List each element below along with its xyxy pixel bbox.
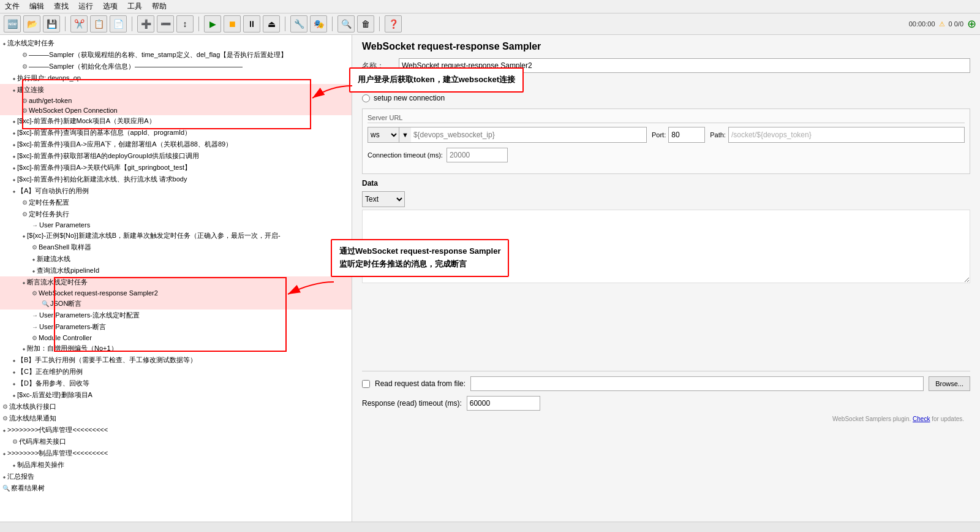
toolbar-add-circle[interactable]: ⊕: [967, 17, 976, 31]
toolbar-run-btn[interactable]: ▶: [204, 15, 221, 32]
toolbar-remove-btn[interactable]: ➖: [157, 15, 174, 32]
tree-text-2: ———Sampler（获取规程组的名称、time_stamp定义、del_fla…: [29, 50, 287, 59]
data-type-select[interactable]: Text Binary: [362, 191, 405, 207]
menu-help[interactable]: 帮助: [152, 1, 167, 12]
tree-item-3[interactable]: ⚙ ———Sampler（初始化仓库信息）————————————————: [0, 61, 352, 72]
tree-item-2[interactable]: ⚙ ———Sampler（获取规程组的名称、time_stamp定义、del_f…: [0, 49, 352, 61]
browse-button[interactable]: Browse...: [929, 376, 970, 391]
tree-item-36[interactable]: ⚙ 代码库相关接口: [0, 436, 352, 447]
server-name-input[interactable]: [411, 127, 647, 143]
tree-item-19[interactable]: ⚙ BeanShell 取样器: [0, 241, 352, 253]
tree-item-25[interactable]: → User Parameters-流水线定时配置: [0, 310, 352, 321]
protocol-select[interactable]: ws wss: [368, 127, 399, 143]
tree-item-32[interactable]: ⬥ [$xc-后置处理}删除项目A: [0, 389, 352, 401]
use-existing-label[interactable]: use existing connection: [374, 78, 464, 90]
setup-new-label[interactable]: setup new connection: [374, 94, 445, 102]
tree-icon-40: 🔍: [2, 485, 10, 492]
tree-item-40[interactable]: 🔍 察看结果树: [0, 482, 352, 494]
name-input[interactable]: [399, 58, 970, 73]
tree-icon-15: ⚙: [22, 199, 28, 206]
tree-item-38[interactable]: ⬥ 制品库相关操作: [0, 459, 352, 471]
toolbar-cut-btn[interactable]: ✂️: [70, 15, 88, 32]
menu-edit[interactable]: 编辑: [29, 1, 44, 12]
tree-text-14: 【A】可自动执行的用例: [17, 186, 89, 196]
tree-item-13[interactable]: ⬥ [$xc]-前置条件}初始化新建流水线、执行流水线 请求body: [0, 173, 352, 185]
use-existing-radio[interactable]: [362, 80, 370, 88]
tree-item-8[interactable]: ⬥ [$xc]-前置条件}新建Mock项目A（关联应用A）: [0, 115, 352, 127]
toolbar-pause-btn[interactable]: ⏸: [243, 15, 260, 32]
tree-text-29: 【B】手工执行用例（需要手工检查、手工修改测试数据等）: [17, 355, 197, 365]
tree-text-35: >>>>>>>>代码库管理<<<<<<<<<: [7, 425, 108, 435]
data-textarea[interactable]: [362, 210, 970, 283]
menu-run[interactable]: 运行: [78, 1, 93, 12]
path-input[interactable]: [728, 127, 965, 143]
tree-item-4[interactable]: ⬥ 执行用户: devops_op: [0, 72, 352, 84]
tree-item-1[interactable]: ⬥ 流水线定时任务: [0, 37, 352, 49]
tree-item-34[interactable]: ⚙ 流水线结果通知: [0, 412, 352, 424]
tree-text-24: JSON断言: [50, 299, 81, 308]
tree-item-16[interactable]: ⚙ 定时任务执行: [0, 208, 352, 220]
read-from-file-input[interactable]: [470, 376, 924, 391]
toolbar-shutdown-btn[interactable]: ⏏: [263, 15, 280, 32]
tree-item-14[interactable]: ⬥ 【A】可自动执行的用例: [0, 185, 352, 197]
toolbar-help-btn[interactable]: ❓: [385, 15, 402, 32]
toolbar-tools-btn[interactable]: 🔧: [290, 15, 307, 32]
tree-item-33[interactable]: ⚙ 流水线执行接口: [0, 401, 352, 412]
toolbar-sep3: [198, 17, 199, 31]
toolbar-template-btn[interactable]: 🎭: [310, 15, 327, 32]
tree-item-20[interactable]: ⬥ 新建流水线: [0, 253, 352, 265]
tree-item-39[interactable]: ⬥ 汇总报告: [0, 471, 352, 482]
toolbar-new-btn[interactable]: 🆕: [4, 15, 21, 32]
tree-item-7[interactable]: ⚙ WebSocket Open Connection: [0, 105, 352, 115]
tree-item-35[interactable]: ⬥ >>>>>>>>代码库管理<<<<<<<<<: [0, 424, 352, 436]
toolbar-add-btn[interactable]: ➕: [137, 15, 154, 32]
tree-item-23[interactable]: ⚙ WebSocket request-response Sampler2: [0, 288, 352, 298]
tree-item-9[interactable]: ⬥ [$xc]-前置条件}查询项目的基本信息（appId、programId）: [0, 127, 352, 139]
toolbar-copy-btn[interactable]: 📋: [90, 15, 107, 32]
tree-text-1: 流水线定时任务: [7, 39, 55, 48]
setup-new-radio[interactable]: [362, 94, 370, 102]
tree-item-28[interactable]: ⬥ 附加：自增用例编号（No+1）: [0, 343, 352, 354]
tree-item-5[interactable]: ⬥ 建立连接: [0, 84, 352, 96]
tree-item-18[interactable]: ⬥ [${xc}-正例${No}]新建流水线B，新建单次触发定时任务（正确入参，…: [0, 230, 352, 241]
tree-item-29[interactable]: ⬥ 【B】手工执行用例（需要手工检查、手工修改测试数据等）: [0, 354, 352, 366]
tree-item-26[interactable]: → User Parameters-断言: [0, 321, 352, 333]
check-link[interactable]: Check: [913, 416, 930, 422]
tree-item-27[interactable]: ⚙ Module Controller: [0, 333, 352, 343]
tree-item-12[interactable]: ⬥ [$xc]-前置条件}项目A->关联代码库【git_springboot_t…: [0, 162, 352, 173]
toolbar-warning-icon: ⚠: [939, 20, 945, 28]
tree-icon-2: ⚙: [22, 51, 28, 58]
toolbar-search-btn[interactable]: 🔍: [337, 15, 355, 32]
tree-text-40: 察看结果树: [11, 484, 45, 493]
toolbar-open-btn[interactable]: 📂: [23, 15, 40, 32]
toolbar-time: 00:00:00: [909, 20, 935, 28]
tree-text-30: 【C】正在维护的用例: [17, 367, 83, 376]
read-from-file-checkbox[interactable]: [362, 380, 370, 388]
tree-item-10[interactable]: ⬥ [$xc]-前置条件}项目A->应用A下，创建部署组A（关联机器88、机器8…: [0, 139, 352, 150]
tree-item-22[interactable]: ⬥ 断言流水线定时任务: [0, 276, 352, 288]
tree-item-21[interactable]: ⬥ 查询流水线pipelineId: [0, 265, 352, 276]
name-row: 名称：: [362, 58, 970, 73]
tree-text-26: User Parameters-断言: [39, 322, 106, 332]
menu-options[interactable]: 选项: [103, 1, 118, 12]
tree-item-6[interactable]: ⚙ auth/get-token: [0, 96, 352, 105]
menu-tools[interactable]: 工具: [127, 1, 142, 12]
toolbar-paste-btn[interactable]: 📄: [110, 15, 127, 32]
tree-item-24[interactable]: 🔍 JSON断言: [0, 298, 352, 310]
tree-item-17[interactable]: → User Parameters: [0, 220, 352, 230]
toolbar-move-btn[interactable]: ↕️: [176, 15, 194, 32]
tree-item-30[interactable]: ⬥ 【C】正在维护的用例: [0, 366, 352, 378]
tree-item-37[interactable]: ⬥ >>>>>>>>制品库管理<<<<<<<<<: [0, 447, 352, 459]
response-timeout-input[interactable]: [467, 396, 540, 411]
tree-item-31[interactable]: ⬥ 【D】备用参考、回收等: [0, 378, 352, 389]
port-input[interactable]: [668, 127, 705, 143]
menu-file[interactable]: 文件: [5, 1, 20, 12]
tree-text-27: Module Controller: [39, 334, 92, 341]
menu-find[interactable]: 查找: [54, 1, 69, 12]
toolbar-save-btn[interactable]: 💾: [43, 15, 60, 32]
tree-item-15[interactable]: ⚙ 定时任务配置: [0, 197, 352, 208]
toolbar-stop-btn[interactable]: ⏹: [224, 15, 241, 32]
toolbar-clear-btn[interactable]: 🗑: [357, 15, 374, 32]
tree-item-11[interactable]: ⬥ [$xc]-前置条件}获取部署组A的deployGroupId供后续接口调用: [0, 150, 352, 162]
connection-timeout-input[interactable]: [447, 148, 508, 162]
